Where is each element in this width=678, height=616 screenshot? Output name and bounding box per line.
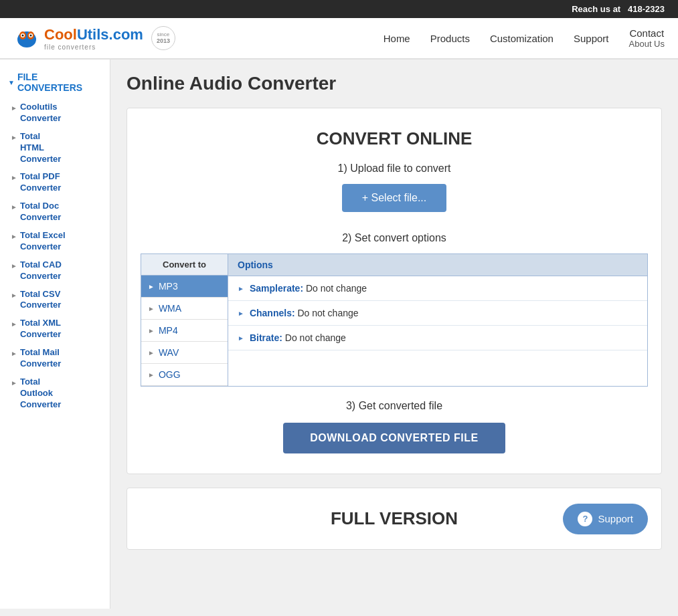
format-label: WMA bbox=[159, 303, 181, 314]
format-label: WAV bbox=[159, 347, 179, 358]
options-panel: Options ► Samplerate: Do not change ► Ch… bbox=[228, 254, 647, 386]
svg-point-5 bbox=[22, 35, 24, 37]
sidebar-item-label: Total CADConverter bbox=[20, 260, 62, 282]
option-samplerate-value: Do not change bbox=[306, 283, 367, 294]
top-bar: Reach us at 418-2323 bbox=[0, 0, 678, 18]
support-button[interactable]: ? Support bbox=[563, 504, 648, 534]
sidebar-item-label: TotalOutlookConverter bbox=[20, 377, 61, 411]
sidebar-item-label: Total CSVConverter bbox=[20, 289, 61, 312]
convert-options-area: Convert to ► MP3 ► WMA ► MP4 ► bbox=[141, 253, 648, 387]
sidebar-item-label: CoolutilsConverter bbox=[20, 102, 61, 124]
support-label: Support bbox=[598, 513, 633, 524]
sidebar-item-csv[interactable]: ► Total CSVConverter bbox=[0, 286, 110, 315]
format-arrow-icon: ► bbox=[148, 371, 155, 379]
format-list: Convert to ► MP3 ► WMA ► MP4 ► bbox=[141, 254, 228, 386]
support-question-icon: ? bbox=[578, 512, 592, 526]
main-layout: ▼ FILE CONVERTERS ► CoolutilsConverter ►… bbox=[0, 60, 678, 609]
download-button[interactable]: DOWNLOAD CONVERTED FILE bbox=[283, 423, 505, 453]
nav-contact-aboutus[interactable]: Contact About Us bbox=[629, 27, 665, 49]
nav-customization[interactable]: Customization bbox=[490, 33, 554, 44]
nav-contact-label: Contact bbox=[629, 27, 664, 39]
format-label: MP3 bbox=[159, 281, 178, 292]
format-wma[interactable]: ► WMA bbox=[141, 298, 228, 320]
option-bitrate-value: Do not change bbox=[285, 332, 346, 343]
format-arrow-icon: ► bbox=[148, 305, 155, 312]
sidebar-item-pdf[interactable]: ► Total PDFConverter bbox=[0, 168, 110, 197]
arrow-icon: ► bbox=[11, 349, 17, 358]
sidebar-item-mail[interactable]: ► Total MailConverter bbox=[0, 344, 110, 373]
option-channels[interactable]: ► Channels: Do not change bbox=[228, 301, 647, 326]
logo-since: since 2013 bbox=[151, 26, 175, 50]
format-wav[interactable]: ► WAV bbox=[141, 342, 228, 364]
content-area: Online Audio Converter CONVERT ONLINE 1)… bbox=[110, 60, 678, 609]
page-title: Online Audio Converter bbox=[126, 73, 662, 94]
sidebar-item-label: TotalHTMLConverter bbox=[20, 131, 61, 165]
logo-icon bbox=[13, 25, 40, 52]
sidebar-item-label: Total ExcelConverter bbox=[20, 230, 66, 253]
logo[interactable]: CoolUtils.com file converters since 2013 bbox=[13, 25, 175, 52]
arrow-icon: ► bbox=[11, 104, 17, 112]
format-ogg[interactable]: ► OGG bbox=[141, 364, 228, 386]
logo-subtitle: file converters bbox=[44, 43, 143, 51]
arrow-icon: ► bbox=[11, 203, 17, 211]
sidebar-item-label: Total MailConverter bbox=[20, 347, 61, 370]
sidebar-item-coolutils[interactable]: ► CoolutilsConverter bbox=[0, 98, 110, 128]
nav-home[interactable]: Home bbox=[384, 33, 410, 44]
sidebar-item-label: Total PDFConverter bbox=[20, 171, 61, 194]
arrow-icon: ► bbox=[11, 232, 17, 241]
sidebar-section-label: FILE CONVERTERS bbox=[17, 72, 102, 93]
sidebar-item-label: Total XMLConverter bbox=[20, 318, 61, 340]
step2-label: 2) Set convert options bbox=[141, 232, 648, 244]
option-arrow-icon: ► bbox=[238, 334, 244, 342]
format-mp4[interactable]: ► MP4 bbox=[141, 320, 228, 342]
select-file-button[interactable]: + Select file... bbox=[342, 184, 447, 212]
nav-aboutus-label: About Us bbox=[629, 39, 665, 49]
phone-number: 418-2323 bbox=[628, 4, 665, 14]
svg-point-6 bbox=[30, 35, 32, 37]
sidebar-item-cad[interactable]: ► Total CADConverter bbox=[0, 256, 110, 286]
sidebar-item-xml[interactable]: ► Total XMLConverter bbox=[0, 314, 110, 344]
option-arrow-icon: ► bbox=[238, 310, 244, 317]
option-bitrate-label: Bitrate: bbox=[250, 332, 285, 343]
arrow-icon: ► bbox=[11, 262, 17, 270]
sidebar-header: ▼ FILE CONVERTERS bbox=[0, 66, 110, 98]
full-version-card: FULL VERSION ? Support bbox=[126, 488, 662, 550]
arrow-icon: ► bbox=[11, 133, 17, 142]
convert-to-label: Convert to bbox=[141, 254, 228, 276]
arrow-icon: ► bbox=[11, 379, 17, 387]
option-bitrate[interactable]: ► Bitrate: Do not change bbox=[228, 326, 647, 350]
format-arrow-icon: ► bbox=[148, 327, 155, 334]
step3-label: 3) Get converted file bbox=[141, 400, 648, 412]
option-samplerate-label: Samplerate: bbox=[250, 283, 306, 294]
sidebar-chevron-icon: ▼ bbox=[8, 79, 15, 86]
option-arrow-icon: ► bbox=[238, 285, 244, 292]
reach-label: Reach us at bbox=[572, 4, 620, 14]
nav-products[interactable]: Products bbox=[430, 33, 470, 44]
nav-support[interactable]: Support bbox=[574, 33, 609, 44]
options-heading: Options bbox=[228, 254, 647, 276]
format-arrow-icon: ► bbox=[148, 283, 155, 290]
option-channels-label: Channels: bbox=[250, 308, 298, 318]
arrow-icon: ► bbox=[11, 320, 17, 328]
arrow-icon: ► bbox=[11, 173, 17, 182]
option-samplerate[interactable]: ► Samplerate: Do not change bbox=[228, 276, 647, 301]
sidebar-item-label: Total DocConverter bbox=[20, 201, 61, 223]
convert-online-heading: CONVERT ONLINE bbox=[141, 128, 648, 149]
format-mp3[interactable]: ► MP3 bbox=[141, 276, 228, 298]
step1-label: 1) Upload file to convert bbox=[141, 163, 648, 175]
format-arrow-icon: ► bbox=[148, 349, 155, 356]
main-nav: Home Products Customization Support Cont… bbox=[384, 27, 665, 49]
sidebar: ▼ FILE CONVERTERS ► CoolutilsConverter ►… bbox=[0, 60, 110, 609]
format-label: OGG bbox=[159, 369, 181, 380]
convert-card: CONVERT ONLINE 1) Upload file to convert… bbox=[126, 108, 662, 474]
sidebar-item-outlook[interactable]: ► TotalOutlookConverter bbox=[0, 373, 110, 414]
logo-text: CoolUtils.com file converters bbox=[44, 26, 143, 51]
sidebar-item-excel[interactable]: ► Total ExcelConverter bbox=[0, 227, 110, 256]
sidebar-item-html[interactable]: ► TotalHTMLConverter bbox=[0, 128, 110, 169]
arrow-icon: ► bbox=[11, 291, 17, 300]
header: CoolUtils.com file converters since 2013… bbox=[0, 18, 678, 60]
format-label: MP4 bbox=[159, 325, 178, 336]
logo-name: CoolUtils.com bbox=[44, 26, 143, 43]
option-channels-value: Do not change bbox=[297, 308, 358, 318]
sidebar-item-doc[interactable]: ► Total DocConverter bbox=[0, 197, 110, 227]
